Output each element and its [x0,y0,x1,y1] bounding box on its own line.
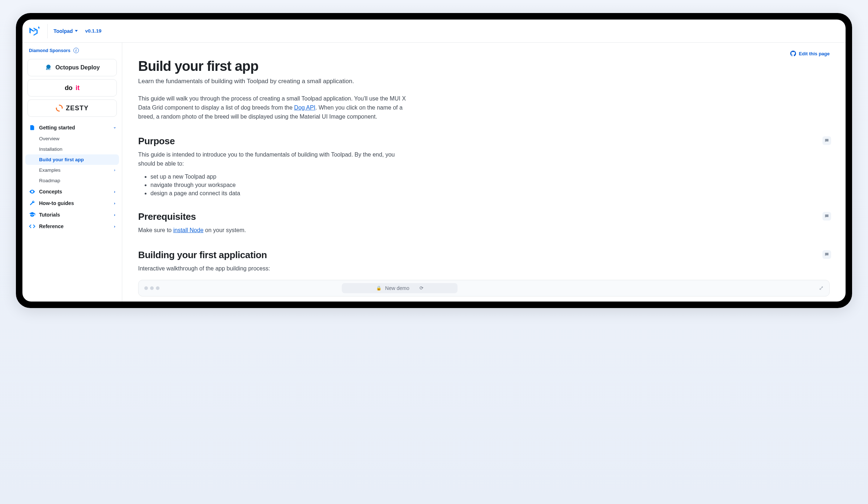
nav-label: Reference [39,223,64,229]
mui-logo-icon [29,26,41,36]
install-node-link[interactable]: install Node [173,227,204,233]
dot-icon [150,286,154,290]
feedback-icon [824,138,829,143]
nav-sub-label: Overview [39,136,59,141]
chevron-right-icon: › [114,224,115,228]
sidebar: Diamond Sponsors i Octopus Deploy doit [22,43,122,302]
octopus-icon [44,64,52,71]
address-bar[interactable]: 🔒 New demo ⟳ [342,283,458,293]
nav-sub-label: Installation [39,146,63,152]
nav-label: Getting started [39,125,75,131]
chevron-down-icon: › [112,127,117,128]
heading-building: Building your first application [138,249,830,261]
sponsor-label: zesty [66,104,89,112]
intro-paragraph: This guide will walk you through the pro… [138,94,413,121]
sponsor-doit[interactable]: doit [27,79,117,97]
expand-button[interactable]: ⤢ [819,285,824,291]
feedback-icon [824,214,829,219]
heading-prerequisites: Prerequisites [138,211,830,222]
dot-icon [144,286,148,290]
code-icon [29,223,35,230]
nav-sub-label: Build your first app [39,157,84,162]
nav-label: Tutorials [39,212,60,218]
app-window: Toolpad v0.1.19 Diamond Sponsors i Octop… [22,20,846,302]
caret-down-icon [75,30,78,32]
nav-sub-label: Roadmap [39,178,60,183]
nav-reference[interactable]: Reference › [25,221,119,232]
nav-label: Concepts [39,189,62,195]
feedback-button[interactable] [822,212,831,221]
lock-icon: 🔒 [376,286,382,291]
nav-sub-overview[interactable]: Overview [25,133,119,144]
feedback-button[interactable] [822,250,831,259]
feedback-button[interactable] [822,136,831,145]
purpose-text: This guide is intended to introduce you … [138,150,413,168]
nav-label: How-to guides [39,200,74,206]
wrench-icon [29,200,35,206]
eye-icon [29,188,35,195]
sponsors-label: Diamond Sponsors [29,48,71,53]
main-content: Edit this page Build your first app Lear… [122,43,846,302]
chevron-right-icon: › [114,201,115,205]
list-item: design a page and connect its data [150,190,830,197]
github-icon [790,51,796,56]
sponsor-octopus[interactable]: Octopus Deploy [27,59,117,76]
purpose-list: set up a new Toolpad app navigate throug… [138,174,830,197]
nav-concepts[interactable]: Concepts › [25,186,119,197]
building-text: Interactive walkthrough of the app build… [138,264,413,273]
feedback-icon [824,252,829,257]
address-text: New demo [385,285,409,291]
nav-sub-examples[interactable]: Examples › [25,165,119,175]
zesty-icon [56,104,63,112]
dog-api-link[interactable]: Dog API [294,104,315,111]
info-icon: i [73,48,79,53]
version-link[interactable]: v0.1.19 [85,28,101,34]
sponsor-doit-a: do [65,84,72,92]
nav-tutorials[interactable]: Tutorials › [25,209,119,221]
chevron-right-icon: › [114,213,115,217]
sponsor-zesty[interactable]: zesty [27,99,117,117]
prereq-text: Make sure to install Node on your system… [138,226,413,235]
chevron-right-icon: › [114,189,115,194]
window-controls [144,286,159,290]
nav-getting-started[interactable]: Getting started › [25,122,119,133]
document-icon [29,124,35,131]
product-name: Toolpad [54,28,73,34]
heading-purpose: Purpose [138,136,830,147]
edit-label: Edit this page [799,51,830,56]
sponsor-label: Octopus Deploy [55,64,100,71]
dot-icon [156,286,159,290]
page-title: Build your first app [138,59,830,74]
nav: Getting started › Overview Installation … [22,120,122,232]
chevron-right-icon: › [114,168,115,172]
nav-sub-installation[interactable]: Installation [25,144,119,154]
product-selector[interactable]: Toolpad [53,27,78,35]
nav-sub-roadmap[interactable]: Roadmap [25,175,119,186]
nav-sub-label: Examples [39,167,60,173]
svg-point-0 [46,65,51,69]
list-item: set up a new Toolpad app [150,174,830,180]
reload-icon: ⟳ [420,285,424,291]
page-subtitle: Learn the fundamentals of building with … [138,78,830,85]
demo-browser-chrome: 🔒 New demo ⟳ ⤢ [138,280,830,296]
topbar: Toolpad v0.1.19 [22,20,846,43]
device-frame: Toolpad v0.1.19 Diamond Sponsors i Octop… [16,13,852,308]
edit-page-link[interactable]: Edit this page [790,51,830,56]
graduation-cap-icon [29,212,35,218]
sponsors-heading[interactable]: Diamond Sponsors i [22,43,122,56]
list-item: navigate through your workspace [150,182,830,188]
nav-how-to[interactable]: How-to guides › [25,197,119,209]
sponsor-doit-b: it [76,84,80,92]
nav-sub-build-first-app[interactable]: Build your first app [25,154,119,165]
logo-container[interactable] [29,24,48,38]
